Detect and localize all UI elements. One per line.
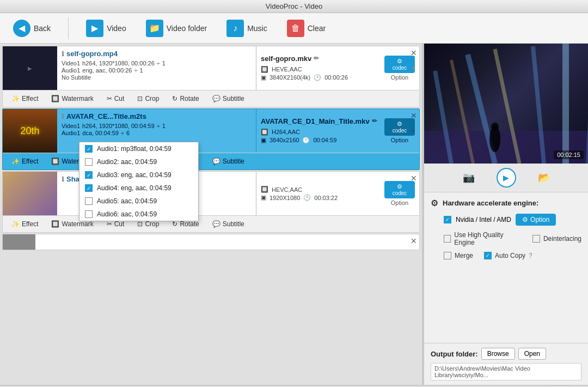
nvidia-checkbox[interactable]: ✓ <box>444 216 451 223</box>
dropdown-check-5[interactable] <box>85 210 93 218</box>
file-item-4: ✕ <box>2 234 420 250</box>
music-button[interactable]: ♪ Music <box>222 17 272 39</box>
preview-time: 00:02:15 <box>554 150 584 159</box>
dropdown-item-5[interactable]: Audio6: aac, 0:04:59 <box>79 208 198 221</box>
toolbar: ◀ Back ▶ Video 📁 Video folder ♪ Music 🗑 … <box>0 13 588 44</box>
dropdown-item-1[interactable]: Audio2: aac, 0:04:59 <box>79 155 198 168</box>
separator <box>68 17 69 39</box>
video-button[interactable]: ▶ Video <box>82 17 131 39</box>
file-meta-audio-1[interactable]: Audio1 eng, aac, 00:00:26 ÷ 1 <box>62 67 252 74</box>
watermark-button-1[interactable]: 🔲 Watermark <box>46 93 99 105</box>
option-button[interactable]: ⚙ Option <box>516 214 556 226</box>
crop-icon-1: ⊡ <box>137 95 143 102</box>
main-layout: ▶ ℹ self-gopro.mp4 Video1 h264, 1920*108… <box>0 44 588 385</box>
dropdown-label-1: Audio2: aac, 0:04:59 <box>97 158 157 166</box>
output-section-1: self-gopro.mkv ✏ 🔲 HEVE,AAC ▣ 3840X2160(… <box>256 46 419 90</box>
dropdown-check-4[interactable] <box>85 197 93 205</box>
subtitle-button-1[interactable]: 💬 Subtitle <box>207 93 250 105</box>
bottom-area: 📄 ⚙ Target Format ‹ GoPro📷DeshakeMergeTr… <box>0 385 588 387</box>
subtitle-icon-3: 💬 <box>212 220 220 228</box>
gear-icon: ⚙ <box>522 216 528 223</box>
effect-icon-1: ✨ <box>11 95 20 102</box>
output-section-2: AVATAR_CE_D1_Main_Title.mkv ✏ 🔲 H264,AAC… <box>256 109 419 153</box>
edit-icon-2[interactable]: ✏ <box>372 117 377 125</box>
crop-button-1[interactable]: ⊡ Crop <box>132 93 164 105</box>
dropdown-item-2[interactable]: ✓Audio3: eng, aac, 0:04:59 <box>79 168 198 182</box>
folder-path: D:\Users\Andrew\Movies\Mac Video Library… <box>431 363 581 380</box>
thumbnail-1: ▶ <box>3 46 57 90</box>
codec-icon-2: ⚙ <box>389 120 411 128</box>
info-icon-2[interactable]: ℹ <box>62 113 64 120</box>
file-meta-audio-2[interactable]: Audio1 dca, 00:04:59 ÷ 6 <box>62 130 252 136</box>
dropdown-check-1[interactable] <box>85 158 93 166</box>
folder-icon-btn[interactable]: 📂 <box>538 172 550 184</box>
rotate-icon-3: ↻ <box>172 220 177 228</box>
file-item-1: ▶ ℹ self-gopro.mp4 Video1 h264, 1920*108… <box>2 46 420 107</box>
svg-point-9 <box>491 123 499 130</box>
video-folder-icon: 📁 <box>146 20 163 37</box>
music-icon: ♪ <box>226 20 244 37</box>
close-button-4[interactable]: ✕ <box>411 237 417 245</box>
dropdown-item-4[interactable]: Audio5: aac, 0:04:59 <box>79 195 198 208</box>
audio-dropdown: ✓Audio1: mp3float, 0:04:59Audio2: aac, 0… <box>79 142 199 221</box>
file-name-2: ℹ AVATAR_CE...Title.m2ts <box>62 112 252 120</box>
output-meta-codec-3: 🔲 HEVC,AAC <box>261 186 378 193</box>
dropdown-check-0[interactable]: ✓ <box>85 145 93 153</box>
effect-button-1[interactable]: ✨ Effect <box>6 93 44 105</box>
option-label-3: Option <box>391 199 408 206</box>
thumbnail-3 <box>3 172 57 215</box>
high-quality-checkbox[interactable] <box>444 235 451 243</box>
effect-button-3[interactable]: ✨ Effect <box>6 218 44 230</box>
autocopy-row: ✓ Auto Copy ? <box>484 252 532 259</box>
info-icon-1[interactable]: ℹ <box>62 50 64 58</box>
subtitle-button-2[interactable]: 💬 Subtitle <box>207 155 250 167</box>
edit-icon-1[interactable]: ✏ <box>314 55 319 62</box>
close-button-3[interactable]: ✕ <box>411 174 417 183</box>
video-folder-button[interactable]: 📁 Video folder <box>142 17 211 39</box>
info-icon-3[interactable]: ℹ <box>62 176 64 183</box>
preview-controls: 📷 ▶ 📂 <box>424 164 588 192</box>
play-button[interactable]: ▶ <box>497 168 516 188</box>
dropdown-label-0: Audio1: mp3float, 0:04:59 <box>97 145 171 153</box>
rotate-button-1[interactable]: ↻ Rotate <box>167 93 204 105</box>
clear-button[interactable]: 🗑 Clear <box>283 17 330 39</box>
dropdown-label-3: Audio4: eng, aac, 0:04:59 <box>97 184 171 192</box>
file-item-3: ℹ Shakira-Try Everyt..(official Video).m… <box>2 171 420 233</box>
codec-button-3[interactable]: ⚙ codec <box>384 181 415 198</box>
trash-icon: 🗑 <box>287 20 304 37</box>
dropdown-item-3[interactable]: ✓Audio4: eng, aac, 0:04:59 <box>79 182 198 195</box>
effect-button-2[interactable]: ✨ Effect <box>6 155 44 167</box>
subtitle-button-3[interactable]: 💬 Subtitle <box>207 218 250 230</box>
snapshot-icon-btn[interactable]: 📷 <box>463 172 475 184</box>
autocopy-checkbox[interactable]: ✓ <box>484 252 492 259</box>
crop-icon-3: ⊡ <box>137 220 143 228</box>
clear-label: Clear <box>308 24 326 33</box>
open-button[interactable]: Open <box>518 348 546 360</box>
dropdown-item-0[interactable]: ✓Audio1: mp3float, 0:04:59 <box>79 142 198 155</box>
file-header-2: 20th ℹ AVATAR_CE...Title.m2ts Video1 h26… <box>3 109 419 153</box>
video-folder-label: Video folder <box>167 24 207 33</box>
codec-icon-3: ⚙ <box>389 183 411 190</box>
help-icon[interactable]: ? <box>529 252 532 259</box>
output-meta-res-1: ▣ 3840X2160(4k) 🕐 00:00:26 <box>261 74 378 81</box>
close-button-2[interactable]: ✕ <box>411 111 417 120</box>
output-meta-codec-1: 🔲 HEVE,AAC <box>261 66 378 73</box>
close-button-1[interactable]: ✕ <box>411 49 417 57</box>
option-label-2: Option <box>391 137 408 143</box>
dropdown-check-3[interactable]: ✓ <box>85 184 93 192</box>
dropdown-check-2[interactable]: ✓ <box>85 171 93 179</box>
preview-content: 00:02:15 <box>424 44 588 164</box>
dropdown-label-2: Audio3: eng, aac, 0:04:59 <box>97 171 171 179</box>
file-header-3: ℹ Shakira-Try Everyt..(official Video).m… <box>3 172 419 215</box>
merge-checkbox[interactable] <box>444 252 451 259</box>
browse-button[interactable]: Browse <box>481 348 515 360</box>
back-button[interactable]: ◀ Back <box>9 17 55 39</box>
deinterlacing-checkbox[interactable] <box>532 235 540 243</box>
thumbnail-2: 20th <box>3 109 57 153</box>
back-icon: ◀ <box>13 20 30 37</box>
output-meta-res-2: ▣ 3840x2160 🕐 00:04:59 <box>261 137 378 144</box>
file-item-2: 20th ℹ AVATAR_CE...Title.m2ts Video1 h26… <box>2 108 420 170</box>
output-info-1: self-gopro.mkv ✏ 🔲 HEVE,AAC ▣ 3840X2160(… <box>261 55 378 82</box>
cut-button-1[interactable]: ✂ Cut <box>101 93 130 105</box>
dropdown-label-4: Audio5: aac, 0:04:59 <box>97 197 157 205</box>
